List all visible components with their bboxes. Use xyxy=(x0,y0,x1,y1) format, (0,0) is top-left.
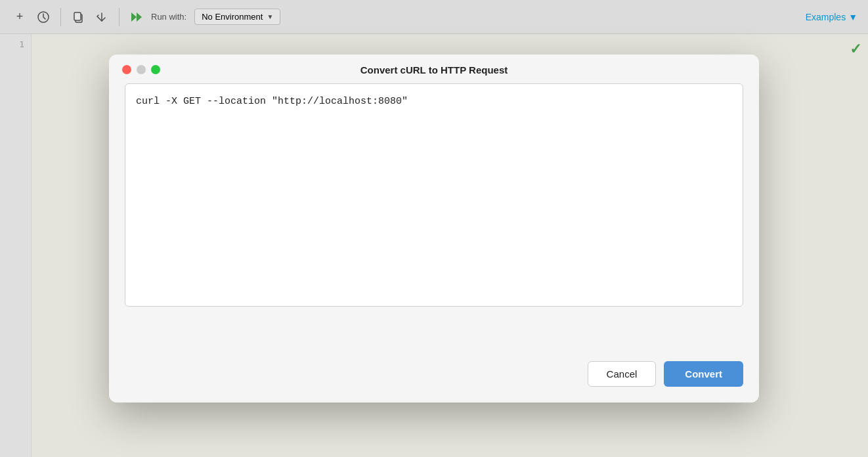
modal-footer: Cancel Convert xyxy=(109,361,759,387)
modal-titlebar: Convert cURL to HTTP Request xyxy=(109,54,759,83)
modal-body xyxy=(109,83,759,361)
window-close-button[interactable] xyxy=(122,65,131,74)
curl-input[interactable] xyxy=(125,83,743,307)
convert-button[interactable]: Convert xyxy=(664,361,743,387)
window-minimize-button[interactable] xyxy=(137,65,146,74)
modal-title: Convert cURL to HTTP Request xyxy=(360,64,508,76)
cancel-button[interactable]: Cancel xyxy=(588,361,657,387)
modal-overlay: Convert cURL to HTTP Request Cancel Conv… xyxy=(0,0,868,457)
window-maximize-button[interactable] xyxy=(151,65,160,74)
convert-curl-modal: Convert cURL to HTTP Request Cancel Conv… xyxy=(109,54,759,403)
window-controls xyxy=(122,65,160,74)
